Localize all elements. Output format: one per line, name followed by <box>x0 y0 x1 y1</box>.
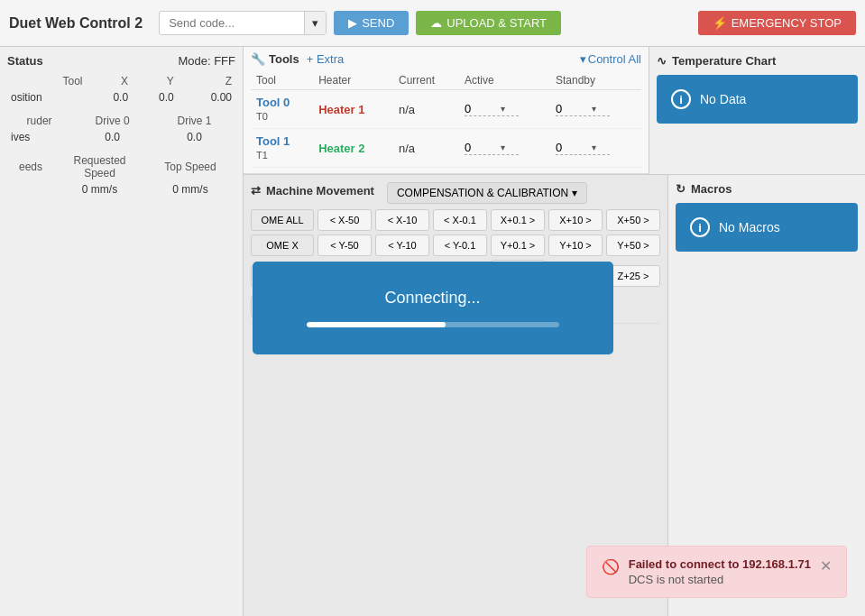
error-title: Failed to connect to 192.168.1.71 <box>629 557 811 571</box>
drives-label: ives <box>7 129 71 145</box>
home-x-button[interactable]: OME X <box>251 234 314 256</box>
tool0-active-input[interactable] <box>465 102 501 115</box>
tool0-cell: Tool 0 T0 <box>251 90 313 129</box>
y-pos10-button[interactable]: Y+10 > <box>548 234 603 256</box>
x-neg01-button[interactable]: < X-0.1 <box>433 209 487 231</box>
send-code-arrow[interactable]: ▾ <box>304 12 326 34</box>
y-pos50-button[interactable]: Y+50 > <box>606 234 660 256</box>
x-pos10-button[interactable]: X+10 > <box>548 209 603 231</box>
no-data-label: No Data <box>700 92 746 106</box>
y-neg10-button[interactable]: < Y-10 <box>375 234 429 256</box>
connecting-label: Connecting... <box>307 289 559 308</box>
z-header: Z <box>178 73 235 89</box>
app-title: Duet Web Control 2 <box>9 15 143 32</box>
mode-label: Mode: FFF <box>178 54 235 68</box>
req-speed-header: RequestedSpeed <box>54 152 145 181</box>
y-pos01-button[interactable]: Y+0.1 > <box>491 234 545 256</box>
tools-title: 🔧 Tools <box>251 52 299 66</box>
tool1-link[interactable]: Tool 1 <box>256 134 290 148</box>
drive1-header: Drive 1 <box>153 113 235 129</box>
y-neg01-button[interactable]: < Y-0.1 <box>433 234 487 256</box>
tool1-standby-arrow[interactable]: ▾ <box>592 143 596 152</box>
extruder-header: ruder <box>7 113 71 129</box>
home-all-button[interactable]: OME ALL <box>251 209 314 231</box>
send-code-wrapper: ▾ <box>159 11 327 35</box>
topbar: Duet Web Control 2 ▾ ▶ SEND ☁ UPLOAD & S… <box>0 0 865 47</box>
error-close-button[interactable]: ✕ <box>820 557 832 575</box>
movement-icon: ⇄ <box>251 184 261 198</box>
tool1-standby-input[interactable] <box>556 141 592 154</box>
tool1-standby: ▾ <box>550 129 641 168</box>
extra-link[interactable]: + Extra <box>307 52 345 66</box>
tool0-standby: ▾ <box>550 90 641 129</box>
tool1-active-arrow[interactable]: ▾ <box>501 143 505 152</box>
chevron-icon: ▾ <box>580 52 586 66</box>
comp-calib-button[interactable]: COMPENSATION & CALIBRATION ▾ <box>387 182 587 204</box>
tool-header: Tool <box>7 73 87 89</box>
x-val: 0.0 <box>87 89 133 106</box>
macros-title: Macros <box>691 182 732 196</box>
no-macros-label: No Macros <box>719 220 780 234</box>
tool0-active-arrow[interactable]: ▾ <box>501 104 505 114</box>
tool0-standby-input-wrapper: ▾ <box>556 102 610 116</box>
control-all[interactable]: ▾ Control All <box>580 52 641 66</box>
tool1-standby-input-wrapper: ▾ <box>556 141 610 155</box>
tool0-standby-arrow[interactable]: ▾ <box>592 104 596 114</box>
top-speed-header: Top Speed <box>145 152 235 181</box>
tool1-active-input[interactable] <box>465 141 501 154</box>
tools-table: Tool Heater Current Active Standby <box>251 71 641 168</box>
status-panel: Status Mode: FFF Tool X Y Z osition 0.0 … <box>0 47 244 616</box>
tool0-standby-input[interactable] <box>556 102 592 115</box>
macros-header: ↻ Macros <box>676 182 858 196</box>
no-macros-box: i No Macros <box>676 203 858 252</box>
z-pos25-button[interactable]: Z+25 > <box>606 265 660 287</box>
progress-bar-fill <box>307 322 446 327</box>
temperature-chart-panel: ∿ Temperature Chart i No Data <box>649 47 865 174</box>
y-val: 0.0 <box>132 89 178 106</box>
top-speed-val: 0 mm/s <box>145 181 235 198</box>
macros-info-icon: i <box>690 217 710 237</box>
position-label: osition <box>7 89 87 106</box>
drive-table: ruder Drive 0 Drive 1 ives 0.0 0.0 <box>7 113 235 145</box>
error-toast-text: Failed to connect to 192.168.1.71 DCS is… <box>629 557 811 586</box>
y-neg50-button[interactable]: < Y-50 <box>317 234 372 256</box>
no-data-box: i No Data <box>657 75 858 124</box>
info-icon: i <box>671 89 691 109</box>
send-code-input[interactable] <box>160 12 304 34</box>
tool0-active: ▾ <box>459 90 550 129</box>
table-row: Tool 1 T1 Heater 2 n/a <box>251 129 641 168</box>
coords-table: Tool X Y Z osition 0.0 0.0 0.00 <box>7 73 235 106</box>
req-speed-val: 0 mm/s <box>54 181 145 198</box>
heater2-cell: Heater 2 <box>313 129 393 168</box>
machine-movement-header: ⇄ Machine Movement <box>251 184 374 198</box>
macros-icon: ↻ <box>676 182 686 196</box>
send-button[interactable]: ▶ SEND <box>334 11 409 35</box>
chart-icon: ∿ <box>657 54 667 68</box>
emergency-stop-button[interactable]: ⚡ EMERGENCY STOP <box>698 11 856 35</box>
x-neg50-button[interactable]: < X-50 <box>317 209 372 231</box>
drive0-header: Drive 0 <box>71 113 153 129</box>
speeds-header: eeds <box>7 152 54 181</box>
heater1-label: Heater 1 <box>318 103 364 116</box>
col-standby: Standby <box>550 71 641 90</box>
movement-row-x: OME ALL < X-50 < X-10 < X-0.1 X+0.1 > X+… <box>251 209 660 231</box>
col-active: Active <box>459 71 550 90</box>
upload-icon: ☁ <box>430 16 442 30</box>
x-pos50-button[interactable]: X+50 > <box>606 209 660 231</box>
heater1-cell: Heater 1 <box>313 90 393 129</box>
y-header: Y <box>132 73 178 89</box>
status-label: Status <box>7 54 43 68</box>
tool1-active: ▾ <box>459 129 550 168</box>
temp-chart-title: Temperature Chart <box>672 54 776 68</box>
progress-bar-bg <box>307 322 559 327</box>
x-pos01-button[interactable]: X+0.1 > <box>491 209 545 231</box>
tool1-active-input-wrapper: ▾ <box>465 141 519 155</box>
send-icon: ▶ <box>348 16 357 30</box>
upload-start-button[interactable]: ☁ UPLOAD & START <box>416 11 561 35</box>
col-current: Current <box>393 71 459 90</box>
error-icon: 🚫 <box>602 558 620 575</box>
tool0-link[interactable]: Tool 0 <box>256 96 290 109</box>
tools-section: 🔧 Tools + Extra ▾ Control All <box>244 47 649 174</box>
connecting-box: Connecting... <box>253 262 613 354</box>
x-neg10-button[interactable]: < X-10 <box>375 209 429 231</box>
